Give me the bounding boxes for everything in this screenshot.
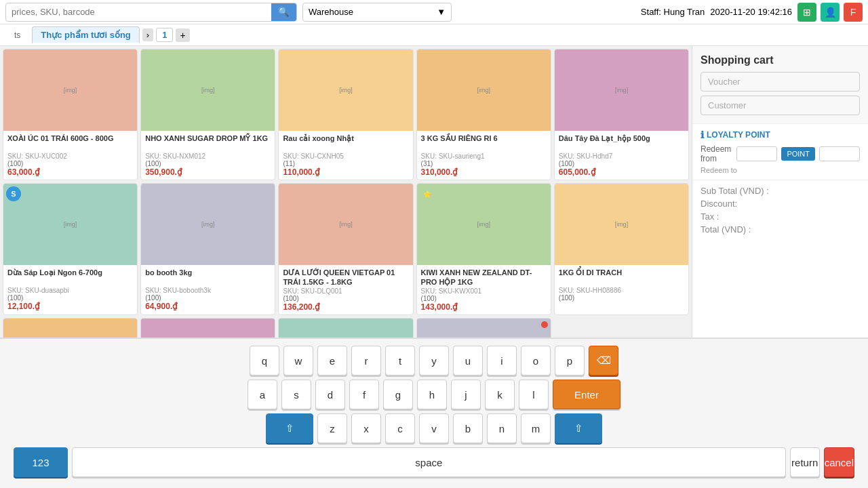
- key-e[interactable]: e: [317, 346, 347, 375]
- product-card[interactable]: [img] DƯA LƯỚI QUEEN VIETGAP 01 TRÁI 1.5…: [278, 183, 413, 315]
- product-sku: SKU: SKU-bobooth3k: [145, 287, 271, 294]
- key-n[interactable]: n: [487, 413, 517, 443]
- product-price: 350,900.₫: [145, 167, 271, 177]
- key-z[interactable]: z: [317, 413, 347, 443]
- nav-arrow-btn[interactable]: ›: [142, 28, 153, 41]
- product-image: [img]: [555, 184, 688, 265]
- product-sku: SKU: SKU-saurieng1: [421, 152, 547, 160]
- voucher-input[interactable]: Voucher: [701, 72, 860, 92]
- icon-btn-1[interactable]: ⊞: [797, 3, 816, 22]
- product-info: Dâu Tây Đà Lạt_hộp 500g SKU: SKU-Hdhd7 (…: [555, 131, 688, 180]
- product-card[interactable]: [img] Rau cải xoong Nhật SKU: SKU-CXNH05…: [278, 49, 413, 180]
- badge-s: S: [6, 186, 21, 201]
- total-row: Total (VND) :: [701, 224, 860, 235]
- redeem-to-input[interactable]: [819, 146, 860, 161]
- key-u[interactable]: u: [453, 346, 483, 375]
- keyboard-row-1: qwertyuiop⌫: [14, 346, 854, 375]
- key-r[interactable]: r: [351, 346, 381, 375]
- product-price: 12,100.₫: [7, 302, 133, 311]
- product-card[interactable]: [img] XOÀI ÚC 01 TRÁI 600G - 800G SKU: S…: [3, 49, 138, 180]
- product-sku: SKU: SKU-duasapbi: [7, 287, 133, 294]
- product-info: 3 KG SẦU RIÊNG RI 6 SKU: SKU-saurieng1 (…: [417, 131, 551, 180]
- product-image: [img]: [279, 184, 412, 265]
- key-w[interactable]: w: [283, 346, 313, 375]
- product-info: bo booth 3kg SKU: SKU-bobooth3k (100) 64…: [141, 265, 275, 314]
- key-i[interactable]: i: [487, 346, 517, 375]
- cart-title: Shopping cart: [701, 54, 860, 66]
- product-image: [img]: [3, 49, 137, 131]
- key-j[interactable]: j: [451, 380, 481, 409]
- customer-input[interactable]: Customer: [701, 96, 860, 115]
- key-g[interactable]: g: [383, 380, 413, 409]
- key-shift-left[interactable]: ⇧: [266, 413, 313, 443]
- product-card[interactable]: [img] bo booth 3kg SKU: SKU-bobooth3k (1…: [140, 183, 275, 315]
- product-card[interactable]: [img] Dâu Tây Đà Lạt_hộp 500g SKU: SKU-H…: [554, 49, 689, 180]
- key-backspace[interactable]: ⌫: [589, 346, 618, 375]
- product-card[interactable]: [img] 1KG ỔI DI TRACH SKU: SKU-HH08886 (…: [554, 183, 689, 315]
- search-input[interactable]: [6, 7, 271, 17]
- key-k[interactable]: k: [485, 380, 515, 409]
- key-d[interactable]: d: [315, 380, 345, 409]
- discount-row: Discount:: [701, 199, 860, 209]
- product-image: ⭐ [img]: [417, 184, 551, 265]
- search-button[interactable]: 🔍: [271, 3, 296, 21]
- redeem-to-label: Redeem to: [701, 166, 860, 174]
- key-o[interactable]: o: [521, 346, 551, 375]
- key-return[interactable]: return: [790, 447, 820, 477]
- product-price: 136,200.₫: [283, 302, 408, 312]
- datetime: 2020-11-20 19:42:16: [710, 7, 792, 17]
- key-v[interactable]: v: [419, 413, 449, 443]
- key-enter[interactable]: Enter: [553, 380, 620, 409]
- badge-dot: [541, 321, 548, 328]
- product-image: [img]: [141, 184, 275, 265]
- search-bar[interactable]: 🔍: [5, 3, 297, 22]
- key-f[interactable]: f: [349, 380, 379, 409]
- key-a[interactable]: a: [248, 380, 277, 409]
- key-p[interactable]: p: [555, 346, 585, 375]
- key-c[interactable]: c: [385, 413, 415, 443]
- product-info: NHO XANH SUGAR DROP MỸ 1KG SKU: SKU-NXM0…: [141, 131, 275, 180]
- key-cancel[interactable]: cancel: [824, 447, 854, 477]
- nav-tab-fresh[interactable]: Thực phẩm tươi sống: [32, 26, 139, 43]
- product-image: [img]: [417, 49, 551, 131]
- product-card[interactable]: [img] NHO XANH SUGAR DROP MỸ 1KG SKU: SK…: [140, 49, 275, 180]
- warehouse-label: Warehouse: [309, 7, 353, 17]
- product-qty: (100): [7, 160, 133, 167]
- keyboard-row-4: 123 space return cancel: [14, 447, 854, 477]
- key-space[interactable]: space: [72, 447, 786, 477]
- icon-btn-3[interactable]: F: [844, 3, 863, 22]
- key-shift-right[interactable]: ⇧: [555, 413, 602, 443]
- cart-header: Shopping cart Voucher Customer: [692, 46, 868, 124]
- warehouse-select[interactable]: Warehouse ▼: [302, 3, 452, 22]
- key-x[interactable]: x: [351, 413, 381, 443]
- icon-btn-2[interactable]: 👤: [821, 3, 840, 22]
- product-info: Rau cải xoong Nhật SKU: SKU-CXNH05 (11) …: [279, 131, 412, 180]
- product-price: 143,000.₫: [421, 302, 547, 312]
- key-l[interactable]: l: [519, 380, 549, 409]
- tab-add-btn[interactable]: +: [176, 28, 189, 42]
- product-info: XOÀI ÚC 01 TRÁI 600G - 800G SKU: SKU-XUC…: [3, 131, 137, 180]
- subtotal-row: Sub Total (VND) :: [701, 186, 860, 196]
- key-t[interactable]: t: [385, 346, 415, 375]
- key-y[interactable]: y: [419, 346, 449, 375]
- point-button[interactable]: POINT: [781, 147, 815, 161]
- product-info: 1KG ỔI DI TRACH SKU: SKU-HH08886 (100): [555, 265, 688, 304]
- keyboard-overlay: qwertyuiop⌫ asdfghjklEnter ⇧zxcvbnm⇧ 123…: [0, 338, 868, 488]
- key-m[interactable]: m: [521, 413, 551, 443]
- product-qty: (100): [145, 294, 271, 302]
- product-card[interactable]: [img] 3 KG SẦU RIÊNG RI 6 SKU: SKU-sauri…: [416, 49, 551, 180]
- redeem-from-input[interactable]: [736, 146, 777, 161]
- key-h[interactable]: h: [417, 380, 447, 409]
- badge-gold: ⭐: [420, 186, 435, 201]
- nav-tabs: ts Thực phẩm tươi sống › 1 +: [0, 24, 868, 46]
- staff-label: Staff: Hung Tran: [641, 7, 705, 17]
- product-qty: (11): [283, 160, 408, 167]
- key-s[interactable]: s: [281, 380, 311, 409]
- key-q[interactable]: q: [250, 346, 279, 375]
- product-card[interactable]: ⭐ [img] KIWI XANH NEW ZEALAND DT-PRO HỘP…: [416, 183, 551, 315]
- product-name: Rau cải xoong Nhật: [283, 134, 408, 152]
- key-b[interactable]: b: [453, 413, 483, 443]
- product-card[interactable]: S [img] Dừa Sáp Loại Ngon 6-700g SKU: SK…: [3, 183, 138, 315]
- nav-tab-products[interactable]: ts: [5, 27, 29, 43]
- key-123[interactable]: 123: [14, 447, 68, 477]
